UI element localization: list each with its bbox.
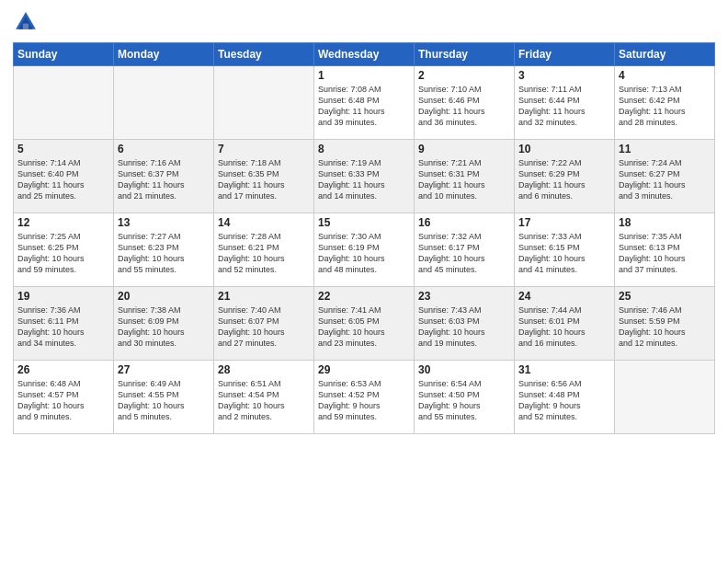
calendar-cell: 26Sunrise: 6:48 AM Sunset: 4:57 PM Dayli… [14,361,114,434]
calendar-cell: 3Sunrise: 7:11 AM Sunset: 6:44 PM Daylig… [515,66,615,140]
calendar-cell [14,66,114,140]
day-number: 13 [118,216,210,229]
calendar-cell: 24Sunrise: 7:44 AM Sunset: 6:01 PM Dayli… [515,287,615,361]
day-number: 29 [318,363,410,376]
calendar-header-friday: Friday [515,43,615,66]
day-info: Sunrise: 7:38 AM Sunset: 6:09 PM Dayligh… [118,304,210,350]
day-info: Sunrise: 7:10 AM Sunset: 6:46 PM Dayligh… [418,84,510,129]
logo-icon [13,9,39,35]
calendar-week-row: 12Sunrise: 7:25 AM Sunset: 6:25 PM Dayli… [14,213,715,287]
calendar-header-sunday: Sunday [14,43,114,66]
day-info: Sunrise: 7:46 AM Sunset: 5:59 PM Dayligh… [619,304,711,350]
calendar-header-wednesday: Wednesday [314,43,415,66]
day-number: 12 [17,216,109,229]
day-number: 3 [518,69,610,82]
day-info: Sunrise: 6:56 AM Sunset: 4:48 PM Dayligh… [518,378,610,423]
calendar-cell [214,66,314,140]
calendar-cell: 10Sunrise: 7:22 AM Sunset: 6:29 PM Dayli… [515,140,615,213]
calendar-cell: 16Sunrise: 7:32 AM Sunset: 6:17 PM Dayli… [415,213,515,287]
day-info: Sunrise: 7:08 AM Sunset: 6:48 PM Dayligh… [318,84,410,129]
calendar-cell: 15Sunrise: 7:30 AM Sunset: 6:19 PM Dayli… [314,213,415,287]
calendar-cell: 23Sunrise: 7:43 AM Sunset: 6:03 PM Dayli… [415,287,515,361]
calendar-cell [114,66,214,140]
day-info: Sunrise: 6:48 AM Sunset: 4:57 PM Dayligh… [17,378,109,423]
day-number: 4 [619,69,711,82]
day-number: 7 [218,143,310,155]
calendar-cell: 8Sunrise: 7:19 AM Sunset: 6:33 PM Daylig… [314,140,415,213]
calendar-cell: 18Sunrise: 7:35 AM Sunset: 6:13 PM Dayli… [615,213,715,287]
day-info: Sunrise: 7:28 AM Sunset: 6:21 PM Dayligh… [218,231,310,276]
day-info: Sunrise: 7:40 AM Sunset: 6:07 PM Dayligh… [218,304,310,350]
day-number: 31 [518,363,610,376]
svg-rect-2 [23,24,28,29]
calendar-cell: 12Sunrise: 7:25 AM Sunset: 6:25 PM Dayli… [14,213,114,287]
calendar: SundayMondayTuesdayWednesdayThursdayFrid… [13,42,715,434]
day-info: Sunrise: 7:11 AM Sunset: 6:44 PM Dayligh… [518,84,610,129]
calendar-cell: 5Sunrise: 7:14 AM Sunset: 6:40 PM Daylig… [14,140,114,213]
calendar-cell: 22Sunrise: 7:41 AM Sunset: 6:05 PM Dayli… [314,287,415,361]
calendar-cell: 13Sunrise: 7:27 AM Sunset: 6:23 PM Dayli… [114,213,214,287]
calendar-cell: 7Sunrise: 7:18 AM Sunset: 6:35 PM Daylig… [214,140,314,213]
calendar-week-row: 26Sunrise: 6:48 AM Sunset: 4:57 PM Dayli… [14,361,715,434]
calendar-header-tuesday: Tuesday [214,43,314,66]
calendar-cell: 14Sunrise: 7:28 AM Sunset: 6:21 PM Dayli… [214,213,314,287]
calendar-cell: 4Sunrise: 7:13 AM Sunset: 6:42 PM Daylig… [615,66,715,140]
day-number: 24 [518,290,610,303]
day-info: Sunrise: 7:44 AM Sunset: 6:01 PM Dayligh… [518,304,610,350]
day-number: 25 [619,290,711,303]
calendar-cell: 31Sunrise: 6:56 AM Sunset: 4:48 PM Dayli… [515,361,615,434]
day-info: Sunrise: 6:51 AM Sunset: 4:54 PM Dayligh… [218,378,310,423]
calendar-cell: 30Sunrise: 6:54 AM Sunset: 4:50 PM Dayli… [415,361,515,434]
day-number: 27 [118,363,210,376]
calendar-cell: 20Sunrise: 7:38 AM Sunset: 6:09 PM Dayli… [114,287,214,361]
day-number: 2 [418,69,510,82]
day-info: Sunrise: 7:16 AM Sunset: 6:37 PM Dayligh… [118,157,210,202]
calendar-header-saturday: Saturday [615,43,715,66]
day-number: 28 [218,363,310,376]
calendar-cell: 6Sunrise: 7:16 AM Sunset: 6:37 PM Daylig… [114,140,214,213]
day-info: Sunrise: 7:33 AM Sunset: 6:15 PM Dayligh… [518,231,610,276]
calendar-cell: 29Sunrise: 6:53 AM Sunset: 4:52 PM Dayli… [314,361,415,434]
day-info: Sunrise: 7:22 AM Sunset: 6:29 PM Dayligh… [518,157,610,202]
day-info: Sunrise: 6:53 AM Sunset: 4:52 PM Dayligh… [318,378,410,423]
logo [13,9,42,35]
day-number: 9 [418,143,510,155]
day-info: Sunrise: 7:32 AM Sunset: 6:17 PM Dayligh… [418,231,510,276]
day-number: 14 [218,216,310,229]
day-info: Sunrise: 7:27 AM Sunset: 6:23 PM Dayligh… [118,231,210,276]
calendar-header-row: SundayMondayTuesdayWednesdayThursdayFrid… [14,43,715,66]
calendar-cell: 21Sunrise: 7:40 AM Sunset: 6:07 PM Dayli… [214,287,314,361]
calendar-week-row: 5Sunrise: 7:14 AM Sunset: 6:40 PM Daylig… [14,140,715,213]
day-number: 1 [318,69,410,82]
day-number: 21 [218,290,310,303]
day-number: 26 [17,363,109,376]
calendar-cell: 9Sunrise: 7:21 AM Sunset: 6:31 PM Daylig… [415,140,515,213]
calendar-week-row: 1Sunrise: 7:08 AM Sunset: 6:48 PM Daylig… [14,66,715,140]
day-info: Sunrise: 7:43 AM Sunset: 6:03 PM Dayligh… [418,304,510,350]
day-info: Sunrise: 7:18 AM Sunset: 6:35 PM Dayligh… [218,157,310,202]
calendar-cell: 17Sunrise: 7:33 AM Sunset: 6:15 PM Dayli… [515,213,615,287]
day-info: Sunrise: 7:25 AM Sunset: 6:25 PM Dayligh… [17,231,109,276]
day-number: 10 [518,143,610,155]
page: SundayMondayTuesdayWednesdayThursdayFrid… [0,0,728,563]
day-number: 17 [518,216,610,229]
day-number: 6 [118,143,210,155]
day-number: 11 [619,143,711,155]
calendar-cell: 28Sunrise: 6:51 AM Sunset: 4:54 PM Dayli… [214,361,314,434]
day-number: 30 [418,363,510,376]
day-number: 5 [17,143,109,155]
calendar-cell: 11Sunrise: 7:24 AM Sunset: 6:27 PM Dayli… [615,140,715,213]
calendar-cell: 19Sunrise: 7:36 AM Sunset: 6:11 PM Dayli… [14,287,114,361]
day-info: Sunrise: 7:21 AM Sunset: 6:31 PM Dayligh… [418,157,510,202]
day-number: 18 [619,216,711,229]
calendar-week-row: 19Sunrise: 7:36 AM Sunset: 6:11 PM Dayli… [14,287,715,361]
day-info: Sunrise: 7:36 AM Sunset: 6:11 PM Dayligh… [17,304,109,350]
day-info: Sunrise: 7:41 AM Sunset: 6:05 PM Dayligh… [318,304,410,350]
calendar-cell: 1Sunrise: 7:08 AM Sunset: 6:48 PM Daylig… [314,66,415,140]
calendar-cell: 2Sunrise: 7:10 AM Sunset: 6:46 PM Daylig… [415,66,515,140]
day-info: Sunrise: 7:30 AM Sunset: 6:19 PM Dayligh… [318,231,410,276]
day-info: Sunrise: 6:54 AM Sunset: 4:50 PM Dayligh… [418,378,510,423]
calendar-cell: 25Sunrise: 7:46 AM Sunset: 5:59 PM Dayli… [615,287,715,361]
day-number: 8 [318,143,410,155]
day-info: Sunrise: 7:14 AM Sunset: 6:40 PM Dayligh… [17,157,109,202]
